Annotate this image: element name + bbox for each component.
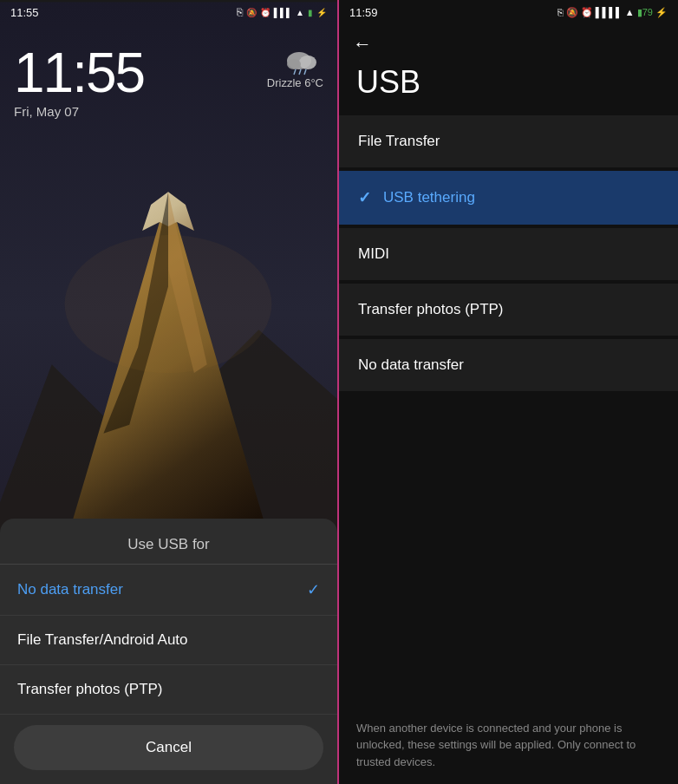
lock-date: Fri, May 07 — [14, 104, 144, 119]
charging-icon: ⚡ — [316, 8, 327, 17]
mute-icon: 🔕 — [246, 8, 257, 17]
right-alarm-icon: ⏰ — [581, 7, 593, 18]
option-file-transfer-label: File Transfer — [358, 133, 440, 150]
option-transfer-photos-label: Transfer photos (PTP) — [358, 301, 504, 318]
svg-line-12 — [299, 69, 301, 75]
cancel-button[interactable]: Cancel — [14, 725, 323, 770]
right-status-icons: ⎘ 🔕 ⏰ ▌▌▌▌ ▲ ▮79 ⚡ — [557, 7, 668, 18]
page-title: USB — [339, 59, 678, 114]
left-panel: 11:55 ⎘ 🔕 ⏰ ▌▌▌ ▲ ▮ ⚡ 11:55 Fri, May 07 — [0, 0, 339, 784]
weather-widget: Drizzle 6°C — [267, 45, 323, 89]
back-button[interactable]: ← — [353, 33, 372, 56]
status-bar-right: 11:59 ⎘ 🔕 ⏰ ▌▌▌▌ ▲ ▮79 ⚡ — [339, 0, 678, 24]
info-text: When another device is connected and you… — [339, 706, 678, 785]
alarm-icon: ⏰ — [260, 8, 271, 17]
right-mute-icon: 🔕 — [566, 7, 578, 18]
back-row: ← — [339, 24, 678, 59]
left-status-time: 11:55 — [10, 6, 39, 19]
option-transfer-photos[interactable]: Transfer photos (PTP) — [339, 284, 678, 336]
bluetooth-icon: ⎘ — [237, 6, 243, 18]
option-file-transfer[interactable]: File Transfer — [339, 115, 678, 167]
right-charging-icon: ⚡ — [655, 7, 668, 18]
svg-line-13 — [304, 69, 306, 75]
lock-time: 11:55 — [14, 45, 144, 101]
status-bar-left: 11:55 ⎘ 🔕 ⏰ ▌▌▌ ▲ ▮ ⚡ — [0, 0, 337, 24]
svg-point-9 — [299, 56, 316, 69]
svg-point-7 — [65, 235, 272, 373]
battery-icon: ▮ — [308, 8, 313, 17]
sheet-item-transfer-photos[interactable]: Transfer photos (PTP) — [0, 665, 337, 715]
no-data-transfer-check-icon: ✓ — [307, 580, 320, 599]
option-midi-label: MIDI — [358, 245, 389, 263]
right-signal-icon: ▌▌▌▌ — [596, 7, 623, 17]
transfer-photos-label: Transfer photos (PTP) — [17, 681, 163, 698]
signal-icon: ▌▌▌ — [274, 8, 292, 17]
option-no-data-transfer-label: No data transfer — [358, 356, 464, 374]
weather-icon — [282, 45, 323, 76]
right-wifi-icon: ▲ — [625, 7, 635, 17]
right-bluetooth-icon: ⎘ — [557, 7, 564, 17]
usb-options-list: File Transfer ✓ USB tethering MIDI Trans… — [339, 114, 678, 706]
sheet-item-no-data-transfer[interactable]: No data transfer ✓ — [0, 565, 337, 616]
option-usb-tethering-label: USB tethering — [383, 189, 475, 206]
usb-tethering-check-icon: ✓ — [358, 188, 371, 207]
option-midi[interactable]: MIDI — [339, 228, 678, 280]
svg-line-11 — [294, 69, 296, 75]
right-status-time: 11:59 — [349, 6, 378, 19]
bottom-sheet: Use USB for No data transfer ✓ File Tran… — [0, 519, 337, 784]
option-usb-tethering[interactable]: ✓ USB tethering — [339, 171, 678, 225]
weather-condition: Drizzle 6°C — [267, 76, 323, 89]
sheet-item-file-transfer[interactable]: File Transfer/Android Auto — [0, 616, 337, 665]
right-battery-icon: ▮79 — [637, 7, 653, 18]
lock-clock: 11:55 Fri, May 07 — [14, 45, 144, 119]
svg-point-10 — [287, 59, 301, 69]
no-data-transfer-label: No data transfer — [17, 581, 123, 598]
file-transfer-label: File Transfer/Android Auto — [17, 631, 188, 649]
wifi-icon: ▲ — [296, 8, 304, 17]
option-no-data-transfer[interactable]: No data transfer — [339, 339, 678, 391]
sheet-title: Use USB for — [0, 519, 337, 565]
left-status-icons: ⎘ 🔕 ⏰ ▌▌▌ ▲ ▮ ⚡ — [237, 6, 327, 18]
right-panel: 11:59 ⎘ 🔕 ⏰ ▌▌▌▌ ▲ ▮79 ⚡ ← USB File Tran… — [339, 0, 678, 784]
